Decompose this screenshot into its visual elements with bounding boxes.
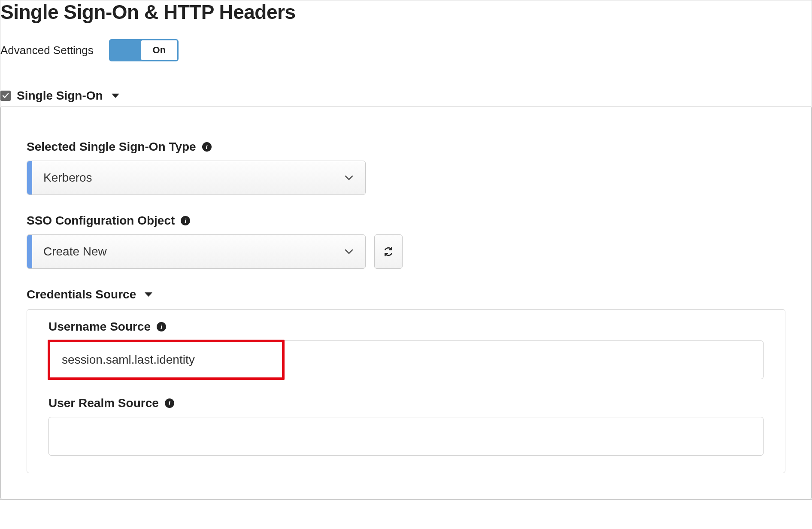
username-source-field: Username Source i	[48, 320, 764, 379]
sso-type-label: Selected Single Sign-On Type	[27, 140, 196, 154]
page-title: Single Sign-On & HTTP Headers	[0, 0, 812, 24]
sso-config-object-label: SSO Configuration Object	[27, 214, 175, 228]
advanced-settings-toggle-state: On	[141, 40, 177, 60]
advanced-settings-toggle[interactable]: On	[109, 39, 179, 61]
username-source-label: Username Source	[48, 320, 151, 334]
sso-checkbox[interactable]	[0, 91, 11, 101]
username-source-input[interactable]	[48, 341, 764, 379]
advanced-settings-label: Advanced Settings	[0, 44, 94, 57]
info-icon[interactable]: i	[165, 398, 174, 408]
select-accent	[27, 161, 32, 195]
caret-down-icon	[145, 292, 152, 297]
select-accent	[27, 235, 32, 268]
chevron-down-icon	[333, 175, 365, 180]
sso-type-field: Selected Single Sign-On Type i Kerberos	[27, 140, 785, 195]
sso-type-value: Kerberos	[32, 171, 333, 185]
credentials-source-header[interactable]: Credentials Source	[27, 288, 785, 301]
sso-config-object-field: SSO Configuration Object i Create New	[27, 214, 785, 269]
chevron-down-icon	[333, 249, 365, 254]
sso-panel: Selected Single Sign-On Type i Kerberos …	[0, 106, 812, 499]
user-realm-source-input[interactable]	[48, 417, 764, 456]
refresh-button[interactable]	[374, 234, 403, 269]
caret-down-icon	[112, 94, 119, 98]
sso-config-object-value: Create New	[32, 245, 333, 258]
user-realm-source-label: User Realm Source	[48, 396, 159, 410]
credentials-source-section: Credentials Source Username Source i	[27, 288, 785, 473]
info-icon[interactable]: i	[202, 142, 212, 152]
sso-type-select[interactable]: Kerberos	[27, 161, 366, 195]
advanced-settings-row: Advanced Settings On	[0, 39, 812, 61]
sso-section-header[interactable]: Single Sign-On	[0, 89, 812, 103]
info-icon[interactable]: i	[157, 322, 166, 331]
sso-config-object-select[interactable]: Create New	[27, 234, 366, 269]
credentials-source-panel: Username Source i User Realm Source i	[27, 309, 785, 473]
credentials-source-title: Credentials Source	[27, 288, 136, 301]
user-realm-source-field: User Realm Source i	[48, 396, 764, 456]
refresh-icon	[383, 246, 394, 257]
sso-section-title: Single Sign-On	[17, 89, 103, 103]
info-icon[interactable]: i	[181, 216, 190, 225]
